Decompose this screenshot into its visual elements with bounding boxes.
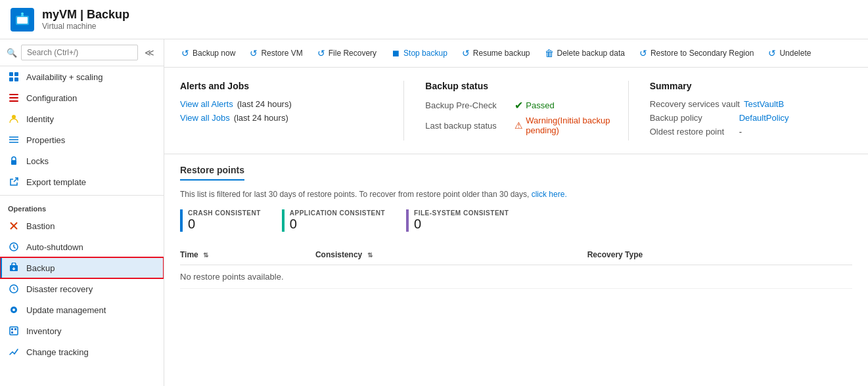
sidebar-item-availability[interactable]: Availability + scaling: [0, 66, 164, 87]
view-jobs-link[interactable]: View all Jobs: [180, 113, 230, 123]
sidebar-item-configuration-label: Configuration: [26, 93, 77, 103]
view-alerts-link[interactable]: View all Alerts: [180, 99, 233, 109]
sidebar-item-disaster[interactable]: Disaster recovery: [0, 278, 164, 299]
header-title-block: myVM | Backup Virtual machine: [42, 8, 129, 31]
vm-icon: [11, 8, 34, 32]
alerts-row: View all Alerts (last 24 hours): [180, 99, 382, 109]
availability-icon: [8, 71, 20, 83]
properties-icon: [8, 134, 20, 146]
restore-points-title: Restore points: [180, 165, 244, 181]
stop-backup-label: Stop backup: [403, 49, 447, 58]
time-column-header: Time ⇅: [180, 245, 315, 265]
sidebar-section-operations: Bastion Auto-shutdown Backup Disaster re…: [0, 215, 164, 362]
sidebar-item-properties[interactable]: Properties: [0, 129, 164, 150]
sidebar-item-autoshutdown-label: Auto-shutdown: [26, 242, 83, 252]
svg-point-2: [21, 12, 24, 15]
sidebar-item-update-label: Update management: [26, 305, 106, 315]
backup-now-label: Backup now: [193, 49, 235, 58]
svg-rect-12: [9, 139, 18, 140]
oldest-value: -: [739, 127, 742, 137]
vault-value[interactable]: TestVaultB: [744, 99, 784, 109]
sidebar-item-configuration[interactable]: Configuration: [0, 87, 164, 108]
precheck-row: Backup Pre-Check ✔ Passed: [425, 99, 628, 112]
fs-consistent-stat: FILE-SYSTEM CONSISTENT 0: [406, 209, 509, 232]
app-consistent-label: APPLICATION CONSISTENT: [290, 209, 385, 217]
svg-rect-6: [14, 77, 18, 81]
sidebar-item-changetracking[interactable]: Change tracking: [0, 341, 164, 362]
crash-consistent-stat: CRASH CONSISTENT 0: [180, 209, 261, 232]
restore-secondary-button[interactable]: ↺ Restore to Secondary Region: [633, 45, 760, 62]
autoshutdown-icon: [8, 241, 20, 253]
backup-now-button[interactable]: ↺ Backup now: [175, 45, 242, 62]
policy-value[interactable]: DefaultPolicy: [739, 113, 789, 123]
crash-consistent-label: CRASH CONSISTENT: [188, 209, 261, 217]
crash-consistent-value: 0: [188, 217, 261, 232]
sidebar-item-identity[interactable]: Identity: [0, 108, 164, 129]
summary-title: Summary: [650, 81, 852, 91]
summary-card: Summary Recovery services vault TestVaul…: [628, 81, 852, 140]
undelete-label: Undelete: [779, 49, 811, 58]
backup-icon: [8, 262, 20, 274]
file-recovery-button[interactable]: ↺ File Recovery: [311, 45, 383, 62]
svg-rect-8: [9, 97, 18, 98]
delete-backup-icon: 🗑: [545, 48, 554, 58]
last-backup-value: Warning(Initial backup pending): [526, 116, 628, 135]
svg-rect-13: [9, 142, 18, 143]
restore-table: Time ⇅ Consistency ⇅ Recovery Type: [180, 245, 852, 289]
page-title: myVM | Backup: [42, 8, 129, 22]
operations-section-label: Operations: [0, 198, 164, 215]
update-icon: [8, 304, 20, 316]
svg-rect-5: [9, 77, 13, 81]
bastion-icon: [8, 220, 20, 232]
restore-stats: CRASH CONSISTENT 0 APPLICATION CONSISTEN…: [180, 209, 852, 232]
restore-vm-button[interactable]: ↺ Restore VM: [243, 45, 309, 62]
search-icon: 🔍: [7, 48, 17, 58]
page-subtitle: Virtual machine: [42, 22, 129, 31]
sidebar: 🔍 ≪ Availability + scaling Configuration: [0, 39, 164, 386]
resume-backup-button[interactable]: ↺ Resume backup: [455, 45, 537, 62]
empty-state-row: No restore points available.: [180, 265, 852, 289]
sidebar-item-export[interactable]: Export template: [0, 171, 164, 192]
sidebar-item-disaster-label: Disaster recovery: [26, 284, 93, 294]
stop-backup-button[interactable]: ⏹ Stop backup: [384, 45, 454, 62]
sidebar-item-locks[interactable]: Locks: [0, 150, 164, 171]
sidebar-item-locks-label: Locks: [26, 156, 49, 166]
cards-section: Alerts and Jobs View all Alerts (last 24…: [164, 68, 868, 154]
svg-rect-9: [9, 100, 18, 102]
last-backup-status: ⚠ Warning(Initial backup pending): [514, 116, 628, 135]
vault-row: Recovery services vault TestVaultB: [650, 99, 852, 109]
stop-backup-icon: ⏹: [391, 48, 400, 58]
alerts-suffix: (last 24 hours): [237, 99, 292, 109]
restore-description: This list is filtered for last 30 days o…: [180, 190, 852, 199]
recovery-type-header-label: Recovery Type: [587, 250, 643, 259]
svg-rect-24: [11, 332, 13, 333]
click-here-link[interactable]: click here.: [532, 190, 567, 199]
resume-backup-icon: ↺: [462, 48, 470, 58]
collapse-button[interactable]: ≪: [142, 45, 157, 60]
svg-rect-4: [14, 72, 18, 76]
sidebar-item-autoshutdown[interactable]: Auto-shutdown: [0, 236, 164, 257]
sidebar-item-backup[interactable]: Backup: [0, 257, 164, 278]
app-consistent-value: 0: [290, 217, 385, 232]
consistency-sort-icon[interactable]: ⇅: [367, 251, 373, 259]
resume-backup-label: Resume backup: [473, 49, 530, 58]
inventory-icon: [8, 325, 20, 337]
policy-label: Backup policy: [650, 113, 735, 123]
sidebar-item-update[interactable]: Update management: [0, 299, 164, 320]
svg-rect-21: [10, 327, 18, 335]
search-input[interactable]: [21, 45, 138, 60]
delete-backup-button[interactable]: 🗑 Delete backup data: [538, 45, 631, 62]
undelete-icon: ↺: [768, 48, 776, 58]
time-sort-icon[interactable]: ⇅: [203, 251, 208, 259]
sidebar-item-inventory[interactable]: Inventory: [0, 320, 164, 341]
restore-secondary-label: Restore to Secondary Region: [651, 49, 754, 58]
svg-rect-11: [9, 137, 18, 138]
undelete-button[interactable]: ↺ Undelete: [762, 45, 817, 62]
last-backup-label: Last backup status: [425, 121, 511, 131]
sidebar-item-bastion[interactable]: Bastion: [0, 215, 164, 236]
restore-desc-text: This list is filtered for last 30 days o…: [180, 190, 529, 199]
delete-backup-label: Delete backup data: [557, 49, 625, 58]
warning-icon: ⚠: [514, 120, 523, 131]
recovery-type-column-header: Recovery Type: [587, 245, 852, 265]
sidebar-item-properties-label: Properties: [26, 135, 65, 145]
